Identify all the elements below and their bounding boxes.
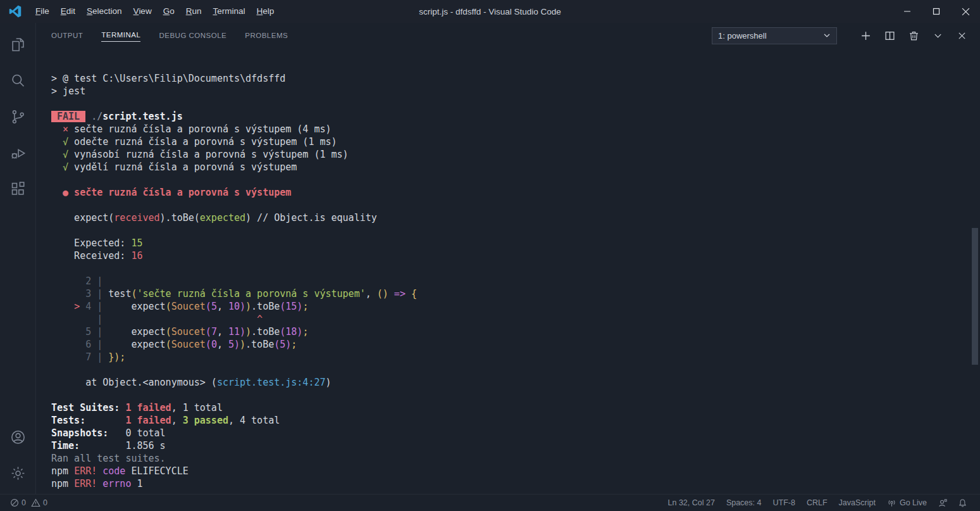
menu-terminal[interactable]: Terminal xyxy=(207,1,251,22)
terminal-line: 5 | expect(Soucet(7, 11)).toBe(18); xyxy=(51,325,980,338)
notifications-button[interactable] xyxy=(953,495,972,511)
sidebar-item-extensions[interactable] xyxy=(0,171,36,207)
terminal-line xyxy=(51,363,980,376)
terminal-line: npm ERR! errno 1 xyxy=(51,477,980,490)
kill-terminal-button[interactable] xyxy=(905,27,922,44)
status-bar: 0 0 Ln 32, Col 27 Spaces: 4 UTF-8 CRLF J… xyxy=(0,494,980,511)
terminal-line xyxy=(51,389,980,401)
error-count: 0 xyxy=(22,498,26,507)
files-icon xyxy=(9,36,27,53)
trash-icon xyxy=(909,30,919,41)
terminal-line: Tests: 1 failed, 3 passed, 4 total xyxy=(51,414,980,427)
terminal-line: > @ test C:\Users\Filip\Documents\dfdsff… xyxy=(51,72,980,85)
run-debug-icon xyxy=(9,144,27,161)
go-live-button[interactable]: Go Live xyxy=(881,495,933,511)
terminal-line: √ vynásobí ruzná čísla a porovná s výstu… xyxy=(51,148,980,161)
cursor-position[interactable]: Ln 32, Col 27 xyxy=(662,495,721,511)
problems-button[interactable]: 0 0 xyxy=(10,498,53,507)
terminal-line: | ^ xyxy=(51,313,980,325)
gear-icon xyxy=(9,465,27,482)
settings-button[interactable] xyxy=(0,455,36,491)
menu-selection[interactable]: Selection xyxy=(81,1,128,22)
terminal-line: npm ERR! code ELIFECYCLE xyxy=(51,465,980,477)
terminal-line: Expected: 15 xyxy=(51,237,980,249)
close-panel-button[interactable] xyxy=(953,27,970,44)
search-icon xyxy=(9,72,27,89)
terminal-line: expect(received).toBe(expected) // Objec… xyxy=(51,211,980,224)
terminal-output[interactable]: > @ test C:\Users\Filip\Documents\dfdsff… xyxy=(36,48,980,494)
plus-icon xyxy=(860,30,871,41)
minimize-button[interactable] xyxy=(893,0,922,23)
new-terminal-button[interactable] xyxy=(857,27,874,44)
panel-area: OUTPUTTERMINALDEBUG CONSOLEPROBLEMS 1: p… xyxy=(36,23,980,494)
terminal-line xyxy=(51,224,980,237)
maximize-button[interactable] xyxy=(922,0,951,23)
vscode-logo xyxy=(9,5,22,18)
sidebar-item-search[interactable] xyxy=(0,63,36,99)
terminal-line: at Object.<anonymous> (script.test.js:4:… xyxy=(51,376,980,389)
split-pane-icon xyxy=(884,30,895,41)
terminal-picker-value: 1: powershell xyxy=(718,31,767,41)
tab-terminal[interactable]: TERMINAL xyxy=(101,29,140,42)
panel-tabs: OUTPUTTERMINALDEBUG CONSOLEPROBLEMS xyxy=(51,29,306,42)
eol-sequence[interactable]: CRLF xyxy=(801,495,833,511)
account-button[interactable] xyxy=(0,419,36,455)
extensions-icon xyxy=(9,180,27,198)
window-controls xyxy=(893,0,980,23)
terminal-line: > 4 | expect(Soucet(5, 10)).toBe(15); xyxy=(51,300,980,313)
split-terminal-button[interactable] xyxy=(881,27,898,44)
terminal-line: 3 | test('sečte ruzná čísla a porovná s … xyxy=(51,287,980,300)
terminal-line xyxy=(51,262,980,275)
panel-header: OUTPUTTERMINALDEBUG CONSOLEPROBLEMS 1: p… xyxy=(36,23,980,48)
menu-go[interactable]: Go xyxy=(158,1,180,22)
chevron-down-icon xyxy=(823,32,831,39)
titlebar: FileEditSelectionViewGoRunTerminalHelp s… xyxy=(0,0,980,23)
source-control-icon xyxy=(9,108,27,125)
terminal-line: 2 | xyxy=(51,275,980,287)
menu-help[interactable]: Help xyxy=(251,1,280,22)
close-icon xyxy=(962,8,970,16)
terminal-line: Received: 16 xyxy=(51,249,980,262)
sidebar-item-source-control[interactable] xyxy=(0,99,36,135)
status-bar-right: Ln 32, Col 27 Spaces: 4 UTF-8 CRLF JavaS… xyxy=(662,495,972,511)
maximize-icon xyxy=(933,8,940,15)
menu-view[interactable]: View xyxy=(128,1,158,22)
terminal-line: ● sečte ruzná čísla a porovná s výstupem xyxy=(51,186,980,199)
vscode-window: FileEditSelectionViewGoRunTerminalHelp s… xyxy=(0,0,980,511)
panel-actions: 1: powershell xyxy=(712,27,970,44)
chevron-down-icon xyxy=(933,31,943,41)
feedback-button[interactable] xyxy=(933,495,953,511)
minimize-icon xyxy=(903,8,911,15)
encoding[interactable]: UTF-8 xyxy=(767,495,800,511)
terminal-line: √ vydělí ruzná čísla a porovná s výstupe… xyxy=(51,161,980,173)
menu-edit[interactable]: Edit xyxy=(55,1,81,22)
terminal-line: × sečte ruzná čísla a porovná s výstupem… xyxy=(51,123,980,136)
terminal-line xyxy=(51,173,980,186)
close-window-button[interactable] xyxy=(951,0,980,23)
menu-run[interactable]: Run xyxy=(180,1,208,22)
terminal-line: 7 | }); xyxy=(51,351,980,363)
scrollbar-thumb[interactable] xyxy=(972,228,978,365)
tab-problems[interactable]: PROBLEMS xyxy=(245,30,288,42)
menubar: FileEditSelectionViewGoRunTerminalHelp xyxy=(30,0,280,23)
terminal-line: 6 | expect(Soucet(0, 5)).toBe(5); xyxy=(51,338,980,351)
close-icon xyxy=(957,31,967,41)
tab-output[interactable]: OUTPUT xyxy=(51,30,83,42)
language-mode[interactable]: JavaScript xyxy=(833,495,881,511)
terminal-line: Ran all test suites. xyxy=(51,452,980,465)
sidebar-item-explorer[interactable] xyxy=(0,27,36,63)
app-body: OUTPUTTERMINALDEBUG CONSOLEPROBLEMS 1: p… xyxy=(0,23,980,494)
terminal-line: Test Suites: 1 failed, 1 total xyxy=(51,401,980,414)
terminal-line: Time: 1.856 s xyxy=(51,439,980,452)
account-icon xyxy=(9,429,27,446)
maximize-panel-button[interactable] xyxy=(929,27,946,44)
bell-icon xyxy=(958,498,967,508)
terminal-line: FAIL ./script.test.js xyxy=(51,110,980,123)
terminal-line xyxy=(51,199,980,211)
terminal-picker[interactable]: 1: powershell xyxy=(712,27,837,44)
sidebar-item-run-and-debug[interactable] xyxy=(0,135,36,171)
tab-debug-console[interactable]: DEBUG CONSOLE xyxy=(159,30,226,42)
person-icon xyxy=(938,498,948,508)
menu-file[interactable]: File xyxy=(30,1,55,22)
indentation[interactable]: Spaces: 4 xyxy=(721,495,767,511)
